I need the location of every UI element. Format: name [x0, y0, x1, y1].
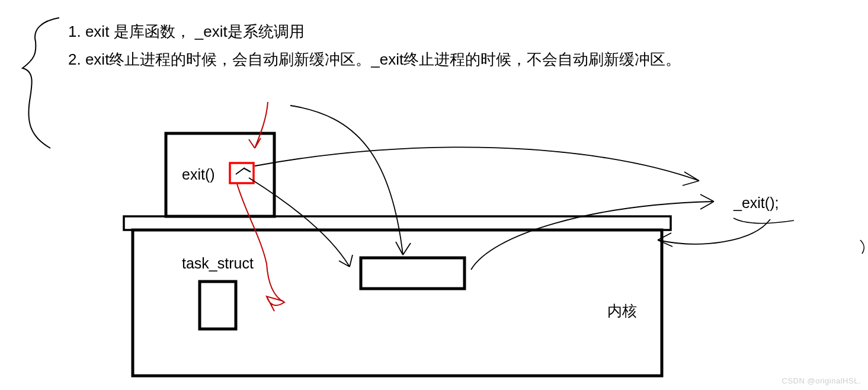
diagram-svg [0, 0, 868, 390]
arrow-inner-to-underscore-exit [471, 194, 714, 270]
arrow-top-to-inner [290, 106, 411, 255]
red-arrow-down [237, 184, 284, 311]
underscore-exit-squiggle [734, 218, 794, 223]
red-box-scribble [236, 168, 251, 174]
right-edge-mark [860, 240, 864, 254]
kernel-inner-box [361, 258, 465, 289]
kernel-box [133, 230, 662, 376]
red-arrow-top [249, 102, 268, 148]
arrow-exit-to-underscore-exit-top [255, 147, 699, 186]
red-highlight-box [230, 163, 254, 183]
task-struct-box [200, 282, 236, 329]
brace-sketch [23, 18, 59, 148]
exit-box [166, 133, 274, 216]
